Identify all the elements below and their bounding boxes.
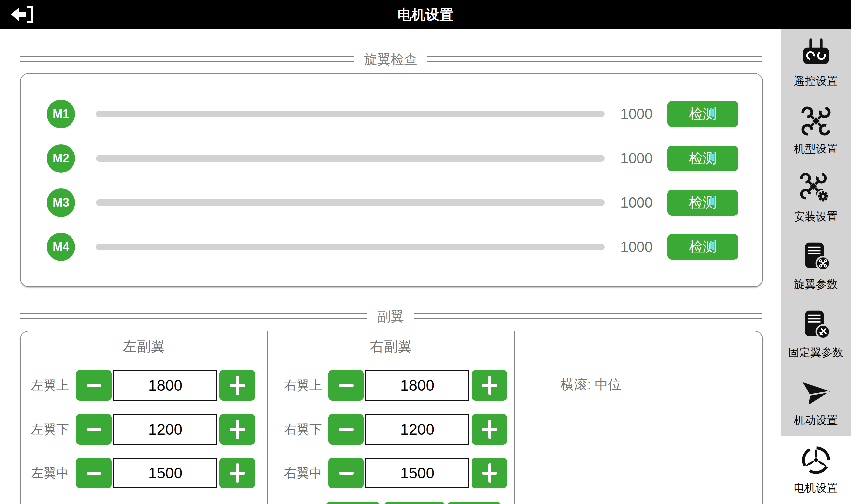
divider-line: [20, 56, 354, 62]
sidebar-item-remote-settings[interactable]: 遥控设置: [781, 29, 851, 97]
detect-button[interactable]: 检测: [667, 145, 738, 172]
plus-icon: [481, 419, 498, 439]
section-title: 副翼: [378, 307, 404, 326]
row-label: 右翼中: [273, 458, 322, 488]
back-button[interactable]: [10, 5, 33, 24]
right-aileron-title: 右副翼: [268, 339, 514, 354]
minus-button[interactable]: [328, 414, 364, 445]
detect-button[interactable]: 检测: [667, 190, 738, 216]
value-input[interactable]: [365, 414, 469, 445]
fixedwing-params-doc-icon: [800, 309, 832, 341]
motor-badge: M2: [47, 144, 75, 173]
value-input[interactable]: [114, 370, 217, 401]
motor-slider[interactable]: [96, 111, 605, 117]
minus-icon: [339, 384, 353, 387]
row-label: 左翼上: [21, 370, 69, 401]
aileron-extra-button[interactable]: [447, 502, 501, 504]
value-input[interactable]: [114, 414, 217, 445]
quadcopter-gear-icon: [800, 173, 832, 205]
motor-slider[interactable]: [96, 199, 605, 206]
back-icon: [10, 5, 33, 23]
motor-row: M2 1000 检测: [21, 143, 762, 174]
minus-button[interactable]: [76, 370, 112, 401]
plus-button[interactable]: [220, 414, 255, 445]
motor-slider[interactable]: [96, 155, 605, 162]
sidebar-item-label: 电机设置: [794, 481, 838, 496]
minus-icon: [87, 384, 101, 387]
plus-icon: [481, 463, 498, 483]
motor-row: M3 1000 检测: [21, 187, 762, 218]
sidebar-item-install-settings[interactable]: 安装设置: [781, 165, 851, 233]
sidebar-item-label: 机动设置: [794, 413, 838, 428]
aileron-panel: 左副翼 右副翼 左翼上 右翼上 左翼下 右翼下 左翼中: [20, 330, 763, 504]
motor-slider[interactable]: [96, 244, 605, 250]
motor-row: M1 1000 检测: [21, 99, 762, 129]
divider-line: [427, 56, 762, 62]
row-label: 左翼中: [21, 458, 69, 488]
divider-line: [414, 313, 762, 319]
motor-row: M4 1000 检测: [21, 232, 762, 262]
motor-badge: M4: [47, 233, 75, 261]
motor-value: 1000: [607, 187, 666, 218]
detect-button[interactable]: 检测: [667, 101, 738, 127]
motor-settings-screen: 电机设置 旋翼检查 M1 1000 检测 M2 1000 检测 M3: [0, 0, 851, 504]
motor-badge: M3: [47, 188, 75, 217]
page-title: 电机设置: [0, 0, 851, 29]
value-input[interactable]: [365, 370, 469, 401]
sidebar: 遥控设置 机型设置: [781, 29, 851, 504]
divider-line: [20, 313, 367, 319]
sidebar-item-label: 旋翼参数: [794, 277, 838, 292]
sidebar-item-motor-settings[interactable]: 电机设置: [781, 436, 851, 504]
paper-plane-icon: [800, 376, 832, 408]
detect-button[interactable]: 检测: [667, 234, 738, 260]
plus-button[interactable]: [220, 370, 255, 401]
section-header-rotor-check: 旋翼检查: [20, 52, 762, 67]
sidebar-item-label: 安装设置: [794, 209, 838, 224]
plus-icon: [229, 375, 246, 395]
minus-button[interactable]: [76, 414, 112, 445]
motor-value: 1000: [607, 143, 666, 174]
row-label: 右翼上: [273, 370, 322, 401]
motor-badge: M1: [47, 100, 75, 128]
plus-icon: [229, 419, 246, 439]
left-aileron-title: 左副翼: [21, 339, 267, 354]
sidebar-item-rotor-params[interactable]: 旋翼参数: [781, 233, 851, 300]
quadcopter-icon: [800, 105, 832, 137]
minus-button[interactable]: [76, 458, 112, 488]
section-header-aileron: 副翼: [20, 309, 762, 324]
minus-button[interactable]: [328, 370, 364, 401]
aileron-row: 左翼下 右翼下: [21, 414, 762, 445]
rotor-params-doc-icon: [800, 240, 832, 272]
minus-icon: [339, 472, 353, 475]
value-input[interactable]: [114, 458, 217, 488]
sidebar-item-model-settings[interactable]: 机型设置: [781, 97, 851, 164]
topbar: 电机设置: [0, 0, 851, 29]
plus-button[interactable]: [472, 370, 507, 401]
rc-transmitter-icon: [800, 37, 832, 69]
plus-icon: [229, 463, 246, 483]
row-label: 左翼下: [21, 414, 69, 445]
value-input[interactable]: [365, 458, 469, 488]
propeller-icon: [800, 444, 832, 476]
plus-icon: [481, 375, 498, 395]
plus-button[interactable]: [472, 458, 507, 488]
minus-icon: [87, 428, 101, 431]
plus-button[interactable]: [472, 414, 507, 445]
minus-button[interactable]: [328, 458, 364, 488]
minus-icon: [339, 428, 353, 431]
sidebar-item-maneuver-settings[interactable]: 机动设置: [781, 368, 851, 436]
aileron-extra-button[interactable]: [326, 502, 380, 504]
row-label: 右翼下: [273, 414, 322, 445]
sidebar-item-label: 固定翼参数: [788, 345, 843, 360]
section-title: 旋翼检查: [364, 51, 417, 69]
plus-button[interactable]: [220, 458, 255, 488]
aileron-extra-button[interactable]: [384, 502, 445, 504]
sidebar-item-label: 遥控设置: [794, 74, 838, 89]
aileron-row: 左翼上 右翼上: [21, 370, 762, 401]
sidebar-item-fixedwing-params[interactable]: 固定翼参数: [781, 300, 851, 368]
roll-status-text: 横滚: 中位: [561, 375, 621, 394]
motor-value: 1000: [607, 99, 666, 129]
sidebar-item-label: 机型设置: [794, 142, 838, 157]
rotor-check-panel: M1 1000 检测 M2 1000 检测 M3 1000 检测 M4 1000…: [20, 73, 763, 287]
aileron-row: 左翼中 右翼中: [21, 458, 762, 488]
